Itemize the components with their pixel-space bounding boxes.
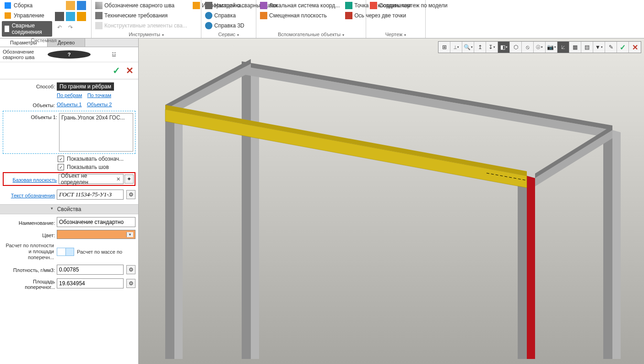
method-label: Способ: [3, 82, 55, 89]
redo-icon[interactable]: ↷ [66, 23, 75, 32]
color-label: Цвет: [3, 231, 55, 238]
svg-marker-12 [535, 130, 612, 186]
undo-icon[interactable]: ↶ [55, 23, 64, 32]
group-label-aux: Вспомогательные объекты [258, 31, 364, 38]
tab-assembly[interactable]: Сборка [2, 1, 52, 10]
group-label-service: Сервис [203, 31, 254, 38]
svg-marker-14 [165, 109, 527, 188]
tool-help[interactable]: Справка [203, 11, 248, 20]
open-icon[interactable] [66, 1, 75, 10]
svg-marker-2 [603, 128, 612, 359]
base-plane-label[interactable]: Базовая плоскость [5, 175, 57, 183]
name-label: Наименование: [3, 219, 55, 226]
method-by-edges[interactable]: По ребрам [57, 92, 82, 98]
objects1-link[interactable]: Объекты 1 [57, 102, 82, 107]
svg-marker-4 [165, 107, 174, 359]
calc-density-label: Расчет по плотности и площади поперечн..… [3, 243, 54, 261]
svg-marker-9 [242, 61, 612, 130]
print-icon[interactable] [55, 12, 64, 21]
name-input[interactable] [59, 219, 133, 225]
3d-viewport[interactable]: ⊞ ⟂ 🔍 ↥ ↧ ◧ ⬡ ⦸ ⦾ 📷 ⟀ ▦ ▤ ▼ ✎ ✓ ✕ [139, 38, 644, 364]
color-picker[interactable] [57, 230, 135, 239]
show-symbol-label: Показывать обознач... [67, 156, 124, 162]
objects1-list[interactable]: Грань.Уголок 20х4 ГОС... [59, 113, 133, 152]
export-icon[interactable] [77, 12, 86, 21]
svg-marker-13 [535, 125, 612, 178]
base-plane-value: Объект не определен [61, 173, 115, 185]
calc-mass-label: Расчет по массе по [77, 249, 122, 255]
help-icon[interactable]: ? [48, 50, 91, 59]
list-item[interactable]: Грань.Уголок 20х4 ГОС... [61, 114, 131, 121]
svg-marker-11 [165, 59, 251, 109]
svg-marker-6 [518, 174, 527, 359]
svg-marker-15 [165, 105, 527, 176]
send-icon[interactable] [66, 12, 75, 21]
svg-marker-5 [174, 107, 183, 359]
tool-settings[interactable]: Настройка... [203, 1, 248, 10]
area-input[interactable] [59, 280, 121, 287]
tool-offset-plane[interactable]: Смещенная плоскость [258, 11, 341, 20]
objects-label: Объекты: [3, 101, 55, 108]
properties-section[interactable]: Свойства [0, 204, 138, 214]
apply-icon[interactable]: ✓ [113, 65, 120, 76]
method-by-points[interactable]: По точкам [87, 92, 111, 98]
svg-marker-0 [242, 64, 251, 359]
tree-settings-icon[interactable]: ☳ [92, 50, 135, 59]
svg-marker-8 [242, 66, 612, 138]
group-label-tools: Инструменты [93, 31, 199, 38]
tool-construct-disabled: Конструктивные элементы сва... [93, 21, 189, 30]
base-plane-row-highlight: Базовая плоскость Объект не определен ✕ … [3, 172, 135, 186]
tool-lcs[interactable]: Локальная система коорд... [258, 1, 341, 10]
objects1-active-box: Объекты 1: Грань.Уголок 20х4 ГОС... [3, 111, 135, 154]
new-icon[interactable] [55, 1, 64, 10]
gear-icon[interactable]: ⚙ [126, 190, 135, 199]
gear-icon[interactable]: ⚙ [126, 279, 135, 288]
density-label: Плотность, г/мм3: [3, 266, 55, 273]
save-icon[interactable] [77, 1, 86, 10]
group-label-drawing: Чертеж [368, 31, 423, 38]
objects2-link[interactable]: Объекты 2 [87, 102, 112, 107]
checkbox-show-weld[interactable]: ✓ [58, 164, 64, 170]
panel-title: Обозначение сварного шва [3, 49, 46, 60]
tool-tech-req[interactable]: Технические требования [93, 11, 189, 20]
svg-marker-7 [527, 176, 535, 359]
tool-weld-symbol[interactable]: Обозначение сварного шва [93, 1, 189, 10]
parameters-panel: Параметры Дерево Обозначение сварного шв… [0, 38, 139, 364]
text-symbol-label[interactable]: Текст обозначения [3, 191, 55, 198]
objects1-label: Объекты 1: [5, 113, 57, 120]
density-input[interactable] [59, 266, 121, 273]
clear-icon[interactable]: ✕ [115, 176, 121, 182]
method-by-faces-edges[interactable]: По граням и рёбрам [57, 82, 114, 91]
ribbon: Сборка Управление Сварные соединения ↶ ↷… [0, 0, 644, 38]
model-render [139, 38, 644, 359]
pick-plane-icon[interactable]: ✦ [124, 174, 134, 184]
text-symbol-input[interactable] [59, 191, 121, 198]
svg-marker-1 [251, 64, 259, 359]
calc-toggle[interactable] [57, 248, 74, 256]
tab-welds[interactable]: Сварные соединения [2, 21, 52, 37]
checkbox-show-symbol[interactable]: ✓ [58, 156, 64, 162]
group-label-system: Системная [2, 37, 89, 44]
tab-management[interactable]: Управление [2, 11, 52, 20]
area-label: Площадь поперечног... [3, 277, 55, 290]
gear-icon[interactable]: ⚙ [126, 265, 135, 274]
cancel-icon[interactable]: ✕ [126, 65, 134, 76]
svg-marker-3 [612, 130, 621, 359]
tool-help3d[interactable]: Справка 3D [203, 21, 248, 30]
show-weld-label: Показывать шов [67, 164, 109, 170]
